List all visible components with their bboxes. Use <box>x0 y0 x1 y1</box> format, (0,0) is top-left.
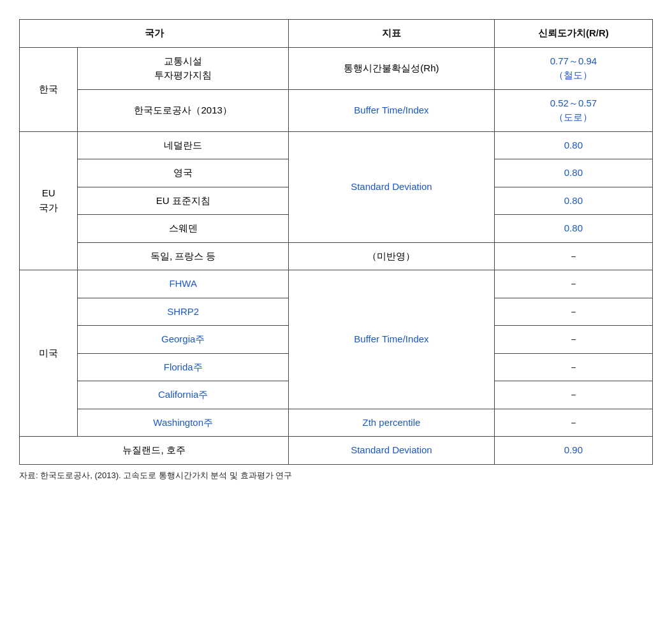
value-eu-2: 0.80 <box>494 159 652 187</box>
indicator-zth-percentile: Zth percentile <box>289 409 495 437</box>
group-nz-aus: 뉴질랜드, 호주 <box>20 437 289 465</box>
value-usa-3: － <box>494 326 652 354</box>
value-eu-5: － <box>494 242 652 270</box>
value-korea-2: 0.52～0.57（도로） <box>494 89 652 131</box>
value-nz: 0.90 <box>494 437 652 465</box>
indicator-buffer-time-usa: Buffer Time/Index <box>289 270 495 409</box>
sub-sweden: 스웨덴 <box>78 215 289 243</box>
table-row: 한국도로공사（2013）Buffer Time/Index0.52～0.57（도… <box>20 89 653 131</box>
sub-netherlands: 네덜란드 <box>78 131 289 159</box>
value-usa-5: － <box>494 381 652 409</box>
table-row: Washington주Zth percentile－ <box>20 409 653 437</box>
sub-korea-road: 한국도로공사（2013） <box>78 89 289 131</box>
indicator-not-applied: （미반영） <box>289 242 495 270</box>
sub-georgia: Georgia주 <box>78 326 289 354</box>
indicator-std-dev-nz: Standard Deviation <box>289 437 495 465</box>
value-usa-4: － <box>494 353 652 381</box>
header-country: 국가 <box>20 20 289 48</box>
sub-uk: 영국 <box>78 159 289 187</box>
table-row: 독일, 프랑스 등（미반영）－ <box>20 242 653 270</box>
sub-germany-france: 독일, 프랑스 등 <box>78 242 289 270</box>
data-table: 국가 지표 신뢰도가치(R/R) 한국교통시설투자평가지침통행시간불확실성(Rh… <box>19 19 653 465</box>
value-eu-1: 0.80 <box>494 131 652 159</box>
sub-washington: Washington주 <box>78 409 289 437</box>
sub-eu-standard: EU 표준지침 <box>78 187 289 215</box>
table-row: 미국FHWABuffer Time/Index－ <box>20 270 653 298</box>
group-eu: EU국가 <box>20 131 78 270</box>
table-row: 한국교통시설투자평가지침통행시간불확실성(Rh)0.77～0.94（철도） <box>20 47 653 89</box>
sub-california: California주 <box>78 381 289 409</box>
header-row: 국가 지표 신뢰도가치(R/R) <box>20 20 653 48</box>
indicator-std-dev-eu: Standard Deviation <box>289 131 495 242</box>
sub-traffic: 교통시설투자평가지침 <box>78 47 289 89</box>
header-reliability: 신뢰도가치(R/R) <box>494 20 652 48</box>
table-row: 뉴질랜드, 호주Standard Deviation0.90 <box>20 437 653 465</box>
indicator-buffer-time-korea: Buffer Time/Index <box>289 89 495 131</box>
value-usa-6: － <box>494 409 652 437</box>
value-eu-3: 0.80 <box>494 187 652 215</box>
group-usa: 미국 <box>20 270 78 437</box>
sub-shrp2: SHRP2 <box>78 298 289 326</box>
group-korea: 한국 <box>20 47 78 131</box>
indicator-travel-uncertainty: 통행시간불확실성(Rh) <box>289 47 495 89</box>
value-korea-1: 0.77～0.94（철도） <box>494 47 652 89</box>
value-eu-4: 0.80 <box>494 215 652 243</box>
main-container: 국가 지표 신뢰도가치(R/R) 한국교통시설투자평가지침통행시간불확실성(Rh… <box>19 19 653 481</box>
sub-florida: Florida주 <box>78 353 289 381</box>
table-row: EU국가네덜란드Standard Deviation0.80 <box>20 131 653 159</box>
header-indicator: 지표 <box>289 20 495 48</box>
footnote: 자료: 한국도로공사, (2013). 고속도로 통행시간가치 분석 및 효과평… <box>19 470 653 481</box>
sub-fhwa: FHWA <box>78 270 289 298</box>
value-usa-2: － <box>494 298 652 326</box>
value-usa-1: － <box>494 270 652 298</box>
